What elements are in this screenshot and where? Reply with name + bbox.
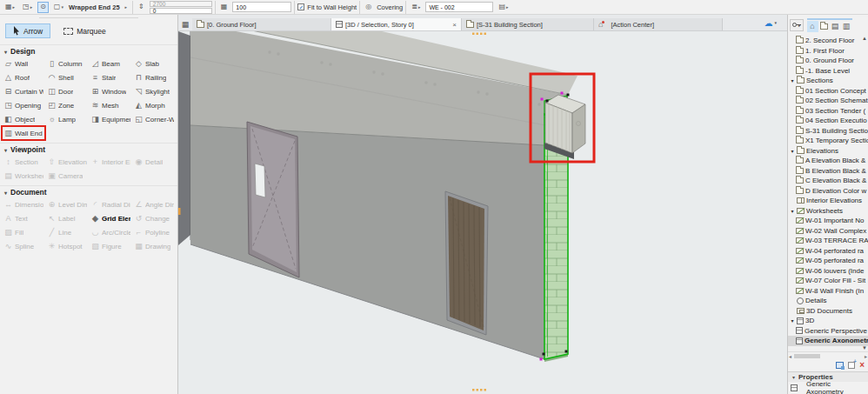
chevron-right-icon: ▸ <box>418 4 421 10</box>
tree-item-04-section-executio[interactable]: 04 Section Executio <box>788 116 868 126</box>
tree-item-s-31-building-sectio[interactable]: S-31 Building Sectio <box>788 126 868 137</box>
tool-morph[interactable]: ◭Morph <box>132 98 176 112</box>
project-chooser-button[interactable]: ▸ <box>790 19 804 31</box>
3d-viewport-scene[interactable] <box>178 31 787 394</box>
anchor-method-button[interactable]: ⊙ <box>37 2 49 13</box>
tree-item-1-first-floor[interactable]: 1. First Floor <box>788 46 868 57</box>
section-header-design[interactable]: ▾Design <box>0 44 177 57</box>
tree-item-w-01-important-no[interactable]: W-01 Important No <box>788 216 868 226</box>
tree-item-generic-axonometr[interactable]: Generic Axonometr <box>788 336 868 346</box>
tool-railing[interactable]: ⊓Railing <box>132 70 176 84</box>
geometry-method-button[interactable]: ▦▸ <box>3 2 17 13</box>
thickness-field[interactable]: 100 <box>232 2 291 12</box>
tree-item-01-section-concept[interactable]: 01 Section Concept <box>788 86 868 97</box>
save-view-icon[interactable] <box>836 362 844 369</box>
tree-item-03-section-tender[interactable]: 03 Section Tender ( <box>788 106 868 117</box>
quad-view-icon[interactable]: ▦ <box>178 18 192 30</box>
tool-grid-elem[interactable]: ◈Grid Elem <box>89 211 132 225</box>
section-header-viewpoint[interactable]: ▾Viewpoint <box>0 143 177 155</box>
tool-roof[interactable]: △Roof <box>2 70 45 84</box>
tool-column[interactable]: ▯Column <box>45 57 89 70</box>
expander-icon[interactable]: ▾ <box>790 208 795 214</box>
tab-view-map[interactable] <box>818 21 830 32</box>
close-icon[interactable]: × <box>452 21 457 29</box>
tree-item-02-section-schemat[interactable]: 02 Section Schemat <box>788 96 868 106</box>
expander-icon[interactable]: ▾ <box>790 317 795 324</box>
tool-shell[interactable]: ◠Shell <box>45 70 89 84</box>
clone-folder-icon[interactable] <box>848 362 855 369</box>
tree-item-w-05-perforated-ra[interactable]: W-05 perforated ra <box>788 256 868 266</box>
id-options-button[interactable]: ▤▸ <box>496 2 511 13</box>
section-header-document[interactable]: ▾Document <box>0 185 177 197</box>
tree-item-sections[interactable]: ▾Sections <box>788 76 868 86</box>
tool-object[interactable]: ◧Object <box>2 112 45 126</box>
fit-to-wall-height-checkbox[interactable]: ✓ <box>297 3 304 10</box>
tree-item-interior-elevations[interactable]: Interior Elevations <box>788 196 868 206</box>
scroll-down-icon[interactable]: ▼ <box>862 345 867 351</box>
tree-item-w-03-terrace-rail[interactable]: W-03 TERRACE RAIL <box>788 236 868 246</box>
tool-curtain-w[interactable]: ⊟Curtain W <box>2 84 45 98</box>
door-right-3d[interactable] <box>445 191 488 335</box>
tool-slab[interactable]: ◇Slab <box>132 57 176 70</box>
scroll-right-icon[interactable]: ▸ <box>865 353 867 359</box>
tool-lamp[interactable]: ☼Lamp <box>45 112 89 126</box>
tab-publisher[interactable]: ▥ <box>841 21 852 32</box>
tool-stair[interactable]: ≡Stair <box>89 70 132 84</box>
tree-item-3d[interactable]: ▾3D <box>788 316 868 326</box>
expander-icon[interactable]: ▾ <box>790 148 795 154</box>
wall-height-field[interactable]: 2700 <box>150 1 212 7</box>
scroll-left-icon[interactable]: ◂ <box>789 353 791 359</box>
tree-item-3d-documents[interactable]: 3D Documents <box>788 306 868 317</box>
tree-item-w-8-wall-finish-in[interactable]: W-8 Wall Finish (In <box>788 286 868 297</box>
tool-wall-end[interactable]: ▥Wall End <box>2 126 45 140</box>
tab-0-ground-floor[interactable]: [0. Ground Floor] <box>192 18 331 30</box>
tree-item-worksheets[interactable]: ▾Worksheets <box>788 206 868 217</box>
tree-item-w-04-perforated-ra[interactable]: W-04 perforated ra <box>788 246 868 257</box>
tree-item-w-07-color-fill-sit[interactable]: W-07 Color Fill - Sit <box>788 276 868 286</box>
tool-corner-w[interactable]: ◱Corner-W <box>132 112 176 126</box>
tab-layout-book[interactable]: ▤ <box>830 21 841 32</box>
marquee-tool-button[interactable]: Marquee <box>56 23 114 38</box>
tab-s-31-building-section[interactable]: [S-31 Building Section] <box>462 18 594 30</box>
3d-viewport[interactable] <box>178 31 787 394</box>
tab-3d-selection-story-0[interactable]: [3D / Selection, Story 0]× <box>331 18 462 30</box>
construction-method-button[interactable]: ◳▸ <box>20 2 35 13</box>
tool-beam[interactable]: ◿Beam <box>89 57 132 70</box>
tree-item-x1-temporary-sectio[interactable]: X1 Temporary Sectio <box>788 136 868 146</box>
tool-window[interactable]: ⊞Window <box>89 84 132 98</box>
tree-item-b-elevation-black[interactable]: B Elevation Black & <box>788 166 868 177</box>
door-left-3d[interactable] <box>247 122 299 277</box>
tool-skylight[interactable]: ◹Skylight <box>132 84 176 98</box>
tree-item-1-base-level[interactable]: -1. Base Level <box>788 66 868 77</box>
scrollbar-thumb[interactable] <box>794 354 820 358</box>
wall-end-preview-button[interactable]: ▢▾ <box>51 2 66 13</box>
tool-door[interactable]: ◫Door <box>45 84 89 98</box>
layer-button[interactable]: ≣▸ <box>409 2 423 13</box>
tree-item-0-ground-floor[interactable]: 0. Ground Floor <box>788 56 868 66</box>
tool-zone[interactable]: ◰Zone <box>45 98 89 112</box>
tree-item-generic-perspective[interactable]: Generic Perspective <box>788 326 868 337</box>
tree-item-a-elevation-black[interactable]: A Elevation Black & <box>788 156 868 166</box>
tool-equipmen[interactable]: ◨Equipmen <box>89 112 132 126</box>
tree-item-c-elevation-black[interactable]: C Elevation Black & <box>788 176 868 186</box>
arrow-tool-button[interactable]: Arrow <box>5 23 50 38</box>
tree-item-2-second-floor[interactable]: 2. Second Floor <box>788 36 868 46</box>
element-id-field[interactable]: WE - 002 <box>425 2 493 12</box>
wall-base-field[interactable]: 0 <box>150 8 212 14</box>
tree-item-w-06-louvers-inde[interactable]: W-06 louvers (Inde <box>788 266 868 277</box>
tree-item-d-elevation-color-w[interactable]: D Elevation Color w <box>788 186 868 197</box>
preset-flyout-button[interactable]: ▸ <box>123 2 130 13</box>
teamwork-button[interactable]: ☁ ▾ <box>764 18 787 28</box>
tool-mesh[interactable]: ≋Mesh <box>89 98 132 112</box>
expander-icon[interactable]: ▾ <box>790 77 795 83</box>
tree-item-w-02-wall-complex[interactable]: W-02 Wall Complex <box>788 226 868 237</box>
arc-circle-icon: ◡ <box>90 228 100 237</box>
scroll-up-icon[interactable]: ▲ <box>862 36 867 41</box>
tool-opening[interactable]: ◳Opening <box>2 98 45 112</box>
delete-icon[interactable]: × <box>859 361 865 370</box>
tab-action-center[interactable]: ⌂[Action Center] <box>594 18 723 30</box>
tree-item-elevations[interactable]: ▾Elevations <box>788 146 868 157</box>
tool-wall[interactable]: ▱Wall <box>2 57 45 70</box>
tree-item-details[interactable]: Details <box>788 296 868 306</box>
tab-project-map[interactable]: ⌂ <box>807 21 818 32</box>
